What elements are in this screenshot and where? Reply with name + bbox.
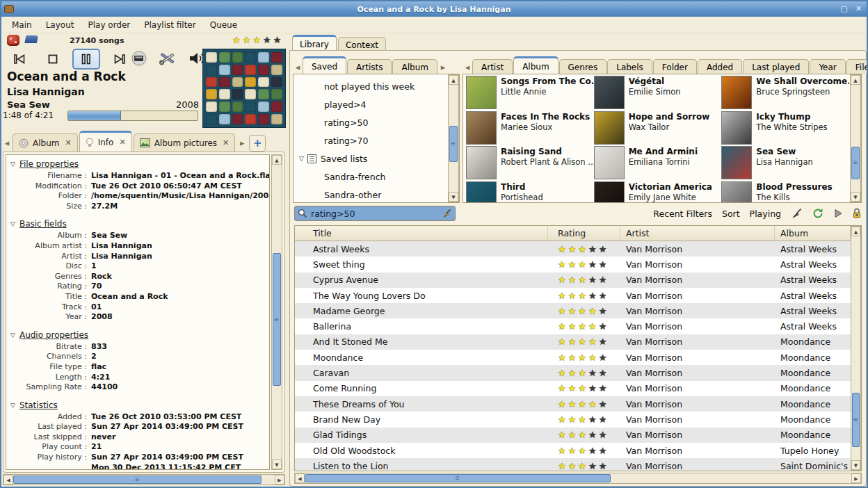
star-filled-icon[interactable]: ★ <box>243 35 251 44</box>
album-cell[interactable]: Victorian America Emily Jane White <box>594 181 722 203</box>
collapse-triangle-icon[interactable]: ▽ <box>299 155 304 162</box>
info-section-header[interactable]: ▽Statistics <box>10 400 266 410</box>
album-cover[interactable] <box>721 76 752 109</box>
album-cover[interactable] <box>721 181 752 203</box>
album-cover[interactable] <box>466 111 497 145</box>
song-row[interactable]: These Dreams of You ★★★★★ Van Morrison M… <box>295 396 851 412</box>
next-button[interactable] <box>106 49 134 70</box>
scroll-left-icon[interactable]: ◀ <box>3 475 13 485</box>
albums-pane-tab-album[interactable]: Album <box>513 56 558 74</box>
album-art[interactable] <box>202 49 286 128</box>
album-cell[interactable]: Me And Armini Emiliana Torrini <box>594 146 722 181</box>
song-row[interactable]: And It Stoned Me ★★★★★ Van Morrison Moon… <box>295 334 851 350</box>
album-cover[interactable] <box>594 146 625 179</box>
table-horizontal-scrollbar[interactable]: ◀ ☰ ▶ <box>294 473 862 484</box>
close-button[interactable]: ✕ <box>853 3 864 14</box>
album-cell[interactable]: Végétal Emilie Simon <box>594 76 722 111</box>
albums-pane-tab-genres[interactable]: Genres <box>559 59 607 74</box>
scroll-up-icon[interactable]: ▲ <box>851 75 860 85</box>
column-header-album[interactable]: Album <box>775 226 851 241</box>
column-header-artist[interactable]: Artist <box>620 226 775 241</box>
album-cell[interactable]: Blood Pressures The Kills <box>721 181 849 203</box>
album-cover[interactable] <box>594 111 625 145</box>
song-row[interactable]: Come Running ★★★★★ Van Morrison Moondanc… <box>295 381 851 396</box>
scroll-right-icon[interactable]: ▶ <box>275 475 284 485</box>
song-row[interactable]: Cyprus Avenue ★★★★★ Van Morrison Astral … <box>295 273 851 288</box>
saved-filter-item[interactable]: Sandra-other <box>294 186 447 202</box>
maximize-button[interactable]: ▢ <box>839 3 849 14</box>
menu-item[interactable]: Playlist filter <box>138 18 202 32</box>
song-row[interactable]: Caravan ★★★★★ Van Morrison Moondance <box>295 365 851 380</box>
album-cell[interactable]: Raising Sand Robert Plant & Alison ... <box>466 146 594 181</box>
menu-item[interactable]: Main <box>6 18 38 32</box>
album-cell[interactable]: Faces In The Rocks Mariee Sioux <box>466 111 594 147</box>
song-row[interactable]: Astral Weeks ★★★★★ Van Morrison Astral W… <box>295 241 851 257</box>
playing-link[interactable]: Playing <box>750 209 781 219</box>
song-row[interactable]: Glad Tidings ★★★★★ Van Morrison Moondanc… <box>295 428 851 443</box>
tabs-scroll-right-icon[interactable]: ▸ <box>438 59 448 74</box>
song-row[interactable]: Brand New Day ★★★★★ Van Morrison Moondan… <box>295 412 851 427</box>
albums-pane-tab-year[interactable]: Year <box>810 59 845 74</box>
scroll-down-icon[interactable]: ▼ <box>272 459 282 469</box>
album-cover[interactable] <box>721 111 752 145</box>
albums-pane-tab-added[interactable]: Added <box>698 59 742 74</box>
scroll-right-icon[interactable]: ▶ <box>851 473 861 483</box>
clear-filter-broom-icon[interactable] <box>442 209 452 218</box>
album-cover[interactable] <box>466 76 497 109</box>
album-cell[interactable]: We Shall Overcome... Bruce Springsteen <box>721 76 849 111</box>
info-section-header[interactable]: ▽Basic fields <box>10 219 266 229</box>
song-row[interactable]: Ballerina ★★★★★ Van Morrison Astral Week… <box>295 318 851 334</box>
scroll-down-icon[interactable]: ▼ <box>449 192 458 202</box>
close-tab-icon[interactable]: ✕ <box>65 138 71 147</box>
scroll-up-icon[interactable]: ▲ <box>272 155 282 165</box>
song-row[interactable]: Moondance ★★★★★ Van Morrison Moondance <box>295 350 851 365</box>
star-empty-icon[interactable]: ★ <box>263 35 271 44</box>
panel-tab-info[interactable]: Info ✕ <box>79 131 132 152</box>
scroll-up-icon[interactable]: ▲ <box>449 75 458 85</box>
add-tab-button[interactable]: + <box>249 135 266 152</box>
album-cover[interactable] <box>594 76 625 109</box>
scroll-up-icon[interactable]: ▲ <box>851 227 860 236</box>
saved-pane-tab-artists[interactable]: Artists <box>347 59 392 74</box>
panel-tab-album[interactable]: Album ✕ <box>13 133 78 152</box>
album-cell[interactable]: Hope and Sorrow Wax Tailor <box>594 111 722 147</box>
album-cell[interactable]: Icky Thump The White Stripes <box>721 111 849 147</box>
close-tab-icon[interactable]: ✕ <box>119 138 125 147</box>
saved-filter-item[interactable]: rating>70 <box>294 131 447 149</box>
info-section-header[interactable]: ▽Audio properties <box>10 330 266 340</box>
column-header-title[interactable]: Title <box>295 226 548 241</box>
albums-pane-tab-labels[interactable]: Labels <box>607 59 652 74</box>
panel-tab-album-pictures[interactable]: Album pictures ✕ <box>134 133 236 152</box>
star-filled-icon[interactable]: ★ <box>252 35 261 44</box>
scroll-down-icon[interactable]: ▼ <box>851 192 860 202</box>
song-row[interactable]: Madame George ★★★★★ Van Morrison Astral … <box>295 303 851 318</box>
titlebar[interactable]: Ocean and a Rock by Lisa Hannigan ▢ ✕ <box>1 1 867 17</box>
saved-filter-item[interactable]: rating>50 <box>294 113 447 131</box>
column-header-rating[interactable]: Rating <box>548 226 620 241</box>
albums-pane-tab-folder[interactable]: Folder <box>653 59 697 74</box>
collapse-triangle-icon[interactable]: ▽ <box>10 402 15 409</box>
pause-button[interactable] <box>72 49 100 70</box>
sort-link[interactable]: Sort <box>722 209 740 219</box>
scroll-down-icon[interactable]: ▼ <box>851 460 860 470</box>
saved-filter-item[interactable]: played>4 <box>294 95 447 113</box>
tabs-scroll-left-icon[interactable]: ◂ <box>293 59 303 74</box>
tabs-scroll-right-icon[interactable]: ▸ <box>236 133 248 152</box>
album-cell[interactable]: Sea Sew Lisa Hannigan <box>721 146 849 181</box>
refresh-icon[interactable] <box>812 208 824 219</box>
recent-filters-link[interactable]: Recent Filters <box>653 209 712 219</box>
albums-pane-tab-file-type[interactable]: File type <box>846 59 868 74</box>
song-row[interactable]: Old Old Woodstock ★★★★★ Van Morrison Tup… <box>295 443 851 458</box>
saved-filter-item[interactable]: Sandra-french <box>294 168 447 186</box>
play-filter-icon[interactable] <box>834 209 842 218</box>
scroll-left-icon[interactable]: ◀ <box>295 473 305 483</box>
queue-icon[interactable] <box>131 50 147 67</box>
menu-item[interactable]: Queue <box>204 18 243 32</box>
song-row[interactable]: Listen to the Lion ★★★★★ Van Morrison Sa… <box>295 458 851 471</box>
stop-button[interactable] <box>39 49 67 70</box>
album-cover[interactable] <box>594 181 625 203</box>
album-cover[interactable] <box>721 146 752 179</box>
collapse-triangle-icon[interactable]: ▽ <box>10 161 15 168</box>
album-cell[interactable]: Songs From The Co... Little Annie <box>466 76 594 111</box>
left-horizontal-scrollbar[interactable]: ◀ ☰ ▶ <box>3 474 285 485</box>
